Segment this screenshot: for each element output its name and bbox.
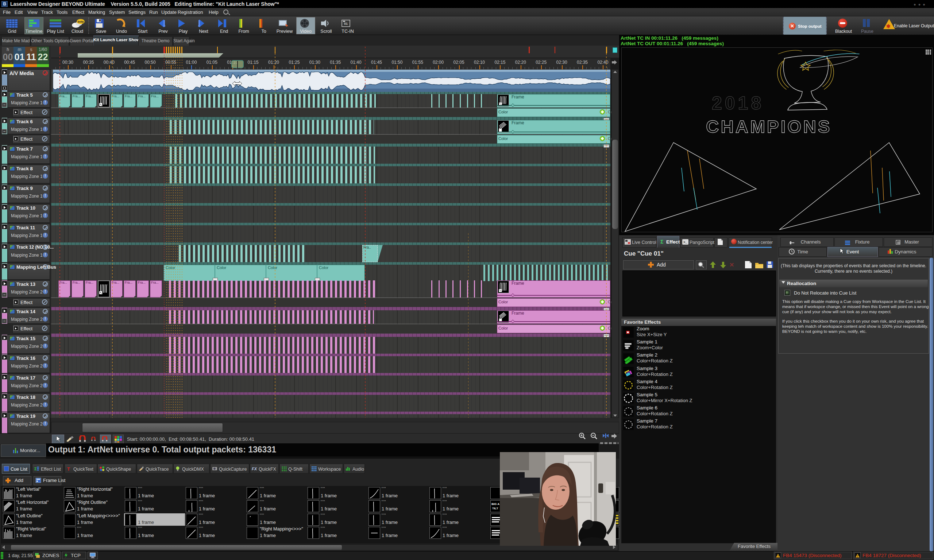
- svg-text:TILT: TILT: [492, 507, 498, 510]
- svg-text:!: !: [777, 555, 778, 558]
- svg-text:FX: FX: [252, 467, 257, 471]
- svg-text:CHAMPIONS: CHAMPIONS: [706, 117, 831, 136]
- svg-text:!: !: [857, 555, 858, 558]
- svg-text:>_: >_: [683, 240, 687, 244]
- svg-text:beta: beta: [78, 20, 84, 23]
- svg-text:01: 01: [344, 22, 348, 26]
- svg-text:2018: 2018: [712, 93, 764, 113]
- svg-text:BIG A: BIG A: [492, 502, 499, 506]
- svg-text:Σ: Σ: [34, 467, 37, 471]
- svg-text:T: T: [67, 466, 70, 471]
